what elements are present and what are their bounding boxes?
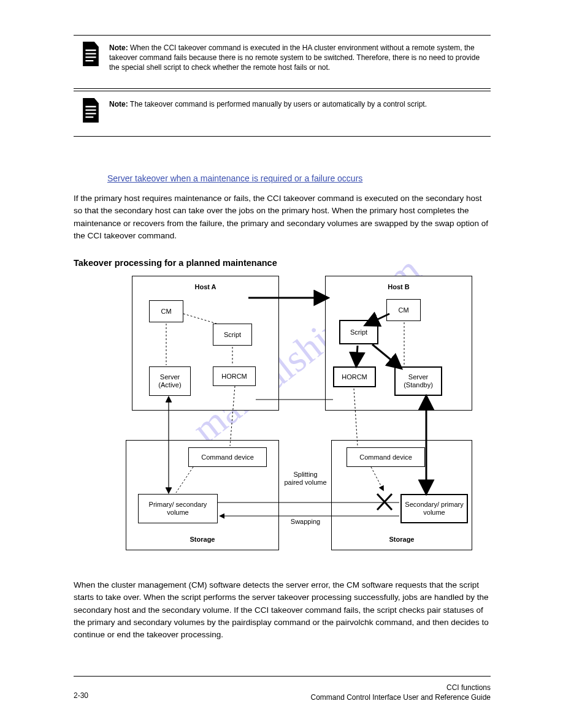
- script-b: Script: [339, 320, 378, 344]
- cm-a: CM: [149, 300, 183, 322]
- svol: Secondary/ primary volume: [400, 494, 468, 523]
- note-1-body: When the CCI takeover command is execute…: [109, 44, 480, 72]
- note-2-label: Note:: [109, 100, 128, 108]
- section-heading-link[interactable]: Server takeover when a maintenance is re…: [107, 173, 362, 183]
- footer-rule: [74, 676, 491, 677]
- note-icon: [80, 42, 102, 66]
- note-1-bottom-rule: [74, 88, 491, 89]
- storage-b-title: Storage: [340, 536, 463, 544]
- storage-a-title: Storage: [138, 536, 267, 544]
- cm-b: CM: [386, 299, 421, 321]
- page-number: 2-30: [74, 691, 88, 700]
- page: { "note1_label":"Note:", "note1_body":"W…: [0, 0, 563, 728]
- split-label: Splitting paired volume: [284, 471, 327, 487]
- note-2-text: Note: The takeover command is performed …: [109, 99, 489, 109]
- paragraph-1: If the primary host requires maintenance…: [74, 192, 491, 242]
- paragraph-2: When the cluster management (CM) softwar…: [74, 579, 491, 641]
- footer-line-2: Command Control Interface User and Refer…: [311, 692, 491, 702]
- cmdd-a: Command device: [188, 447, 267, 467]
- note-1-text: Note: When the CCI takeover command is e…: [109, 43, 489, 73]
- cmdd-b: Command device: [347, 447, 425, 467]
- note-1-label: Note:: [109, 44, 128, 52]
- server-b: Server (Standby): [394, 366, 442, 396]
- host-b-title: Host B: [337, 283, 460, 291]
- diagram: Host A Host B CM Script Server (Active) …: [120, 276, 475, 558]
- script-a: Script: [213, 324, 252, 346]
- footer-line-1: CCI functions: [311, 683, 491, 692]
- note-2-bottom-rule: [74, 136, 491, 137]
- host-a-title: Host A: [144, 283, 267, 291]
- footer-right: CCI functions Command Control Interface …: [311, 683, 491, 702]
- server-a: Server (Active): [149, 366, 191, 396]
- note-2-body: The takeover command is performed manual…: [130, 100, 427, 108]
- note-2-top-rule: [74, 91, 491, 91]
- horcm-a: HORCM: [213, 366, 256, 386]
- pvol: Primary/ secondary volume: [138, 494, 218, 523]
- top-rule: [74, 35, 491, 36]
- note-icon: [80, 98, 102, 123]
- horcm-b: HORCM: [333, 366, 376, 387]
- swap-label: Swapping: [284, 518, 327, 526]
- subheading: Takeover processing for a planned mainte…: [74, 258, 277, 268]
